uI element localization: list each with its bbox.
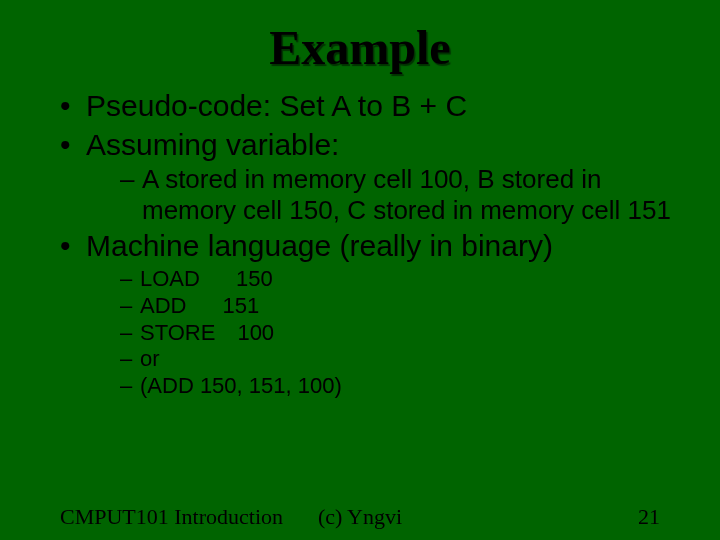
sublist-variables: A stored in memory cell 100, B stored in… [86, 164, 684, 225]
footer-author: (c) Yngvi [0, 504, 720, 530]
bullet-text: Assuming variable: [86, 128, 339, 161]
instr-add: ADD151 [120, 293, 684, 320]
arg: 151 [222, 293, 259, 318]
text: or [140, 346, 160, 371]
subbullet-storage: A stored in memory cell 100, B stored in… [120, 164, 684, 225]
body-list: Pseudo-code: Set A to B + C Assuming var… [36, 89, 684, 400]
sublist-instructions: LOAD150 ADD151 STORE100 or (ADD 150, 151… [86, 266, 684, 400]
instr-add-triple: (ADD 150, 151, 100) [120, 373, 684, 400]
instr-store: STORE100 [120, 320, 684, 347]
slide: Example Pseudo-code: Set A to B + C Assu… [0, 0, 720, 540]
arg: 150 [236, 266, 273, 291]
bullet-text: Pseudo-code: Set A to B + C [86, 89, 467, 122]
op: STORE [140, 320, 215, 345]
bullet-machine-language: Machine language (really in binary) LOAD… [60, 229, 684, 400]
bullet-pseudocode: Pseudo-code: Set A to B + C [60, 89, 684, 124]
bullet-text: Machine language (really in binary) [86, 229, 553, 262]
slide-title: Example [36, 0, 684, 75]
subbullet-text: A stored in memory cell 100, B stored in… [142, 164, 671, 225]
text: (ADD 150, 151, 100) [140, 373, 342, 398]
arg: 100 [237, 320, 274, 345]
footer-page: 21 [638, 504, 660, 530]
bullet-assuming: Assuming variable: A stored in memory ce… [60, 128, 684, 226]
instr-load: LOAD150 [120, 266, 684, 293]
op: LOAD [140, 266, 200, 291]
op: ADD [140, 293, 186, 318]
instr-or: or [120, 346, 684, 373]
